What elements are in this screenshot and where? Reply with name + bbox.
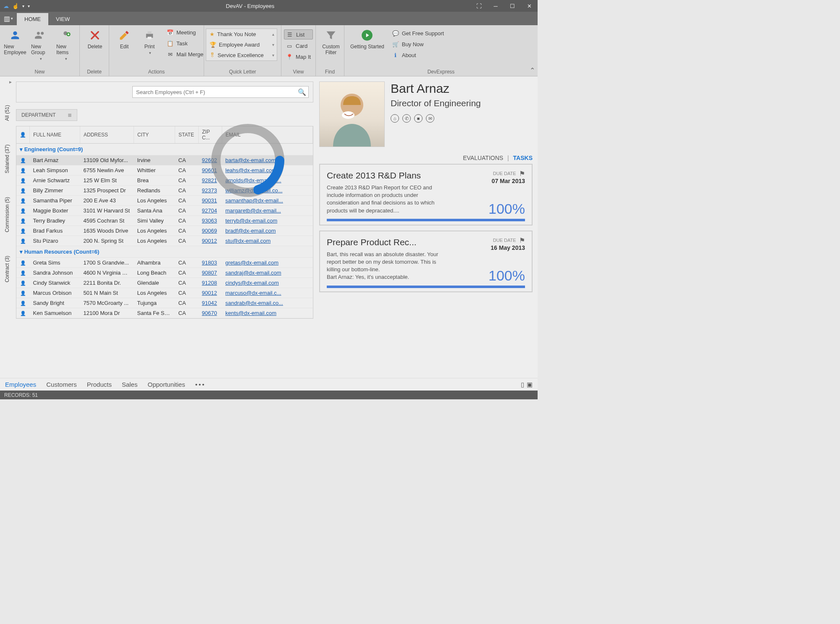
- cell-zip[interactable]: 91208: [199, 278, 222, 288]
- print-button[interactable]: Print: [137, 27, 162, 57]
- cell-zip[interactable]: 90807: [199, 268, 222, 278]
- table-row[interactable]: 👤Greta Sims1700 S Grandvie...AlhambraCA9…: [16, 258, 313, 268]
- nav-employees[interactable]: Employees: [5, 381, 36, 388]
- rail-filter-all[interactable]: All (51): [4, 102, 10, 124]
- nav-customers[interactable]: Customers: [46, 381, 77, 388]
- tab-home[interactable]: HOME: [17, 13, 48, 25]
- column-state[interactable]: STATE: [175, 126, 199, 144]
- task-button[interactable]: 📋Task: [165, 39, 205, 48]
- table-row[interactable]: 👤Stu Pizaro200 N. Spring StLos AngelesCA…: [16, 236, 313, 246]
- quick-letter-gallery[interactable]: ★Thank You Note▴ 🏆Employee Award▾ 🎖Servi…: [206, 29, 277, 61]
- group-header-row[interactable]: ▾ Engineering (Count=9): [16, 144, 313, 155]
- cell-zip[interactable]: 90031: [199, 196, 222, 206]
- expand-icon[interactable]: ▾: [272, 53, 274, 58]
- cell-zip[interactable]: 92602: [199, 155, 222, 165]
- about-button[interactable]: ℹAbout: [390, 50, 446, 60]
- cell-email[interactable]: leahs@dx-email.com: [222, 165, 313, 176]
- quick-letter-employee-award[interactable]: 🏆Employee Award▾: [206, 39, 277, 50]
- task-card[interactable]: DUE DATE ⚑16 May 2013Prepare Product Rec…: [319, 231, 533, 292]
- cell-zip[interactable]: 90601: [199, 165, 222, 176]
- group-header-row[interactable]: ▾ Human Resources (Count=6): [16, 246, 313, 258]
- column-indicator[interactable]: 👤: [16, 126, 30, 144]
- meeting-button[interactable]: 📅Meeting: [165, 28, 205, 37]
- rail-filter-contract[interactable]: Contract (3): [4, 252, 10, 286]
- nav-more[interactable]: •••: [195, 381, 206, 388]
- table-row[interactable]: 👤Sandra Johnson4600 N Virginia R...Long …: [16, 268, 313, 278]
- qat-dropdown-icon[interactable]: ▾: [22, 4, 24, 8]
- table-row[interactable]: 👤Arnie Schwartz125 W Elm StBreaCA92821ar…: [16, 176, 313, 186]
- cell-email[interactable]: gretas@dx-email.com: [222, 258, 313, 268]
- cell-zip[interactable]: 90069: [199, 226, 222, 236]
- column-city[interactable]: CITY: [134, 126, 175, 144]
- phone-contact-icon[interactable]: ✆: [402, 114, 411, 123]
- quick-letter-thank-you[interactable]: ★Thank You Note▴: [206, 29, 277, 39]
- cell-email[interactable]: marcuso@dx-email.c...: [222, 288, 313, 298]
- get-free-support-button[interactable]: 💬Get Free Support: [390, 29, 446, 38]
- table-row[interactable]: 👤Bart Arnaz13109 Old Myfor...IrvineCA926…: [16, 155, 313, 165]
- tab-view[interactable]: VIEW: [48, 13, 77, 25]
- cell-zip[interactable]: 92704: [199, 206, 222, 216]
- delete-button[interactable]: Delete: [82, 27, 108, 51]
- new-group-button[interactable]: New Group: [28, 27, 53, 63]
- table-row[interactable]: 👤Brad Farkus1635 Woods DriveLos AngelesC…: [16, 226, 313, 236]
- video-contact-icon[interactable]: ■: [414, 114, 423, 123]
- cell-email[interactable]: sandraj@dx-email.com: [222, 268, 313, 278]
- task-card[interactable]: DUE DATE ⚑07 Mar 2013Create 2013 R&D Pla…: [319, 164, 533, 225]
- nav-products[interactable]: Products: [87, 381, 112, 388]
- scroll-down-icon[interactable]: ▾: [272, 42, 274, 47]
- table-row[interactable]: 👤Billy Zimmer1325 Prospect DrRedlandsCA9…: [16, 186, 313, 196]
- nav-sales[interactable]: Sales: [122, 381, 138, 388]
- cell-email[interactable]: cindys@dx-email.com: [222, 278, 313, 288]
- group-by-column[interactable]: DEPARTMENT ≣: [16, 109, 77, 121]
- scroll-up-icon[interactable]: ▴: [272, 32, 274, 37]
- table-row[interactable]: 👤Maggie Boxter3101 W Harvard StSanta Ana…: [16, 206, 313, 216]
- footer-view-panel-icon[interactable]: ▯: [521, 381, 524, 388]
- minimize-button[interactable]: ─: [487, 0, 504, 12]
- column-address[interactable]: ADDRESS: [80, 126, 134, 144]
- tab-tasks[interactable]: TASKS: [513, 155, 533, 161]
- edit-button[interactable]: Edit: [112, 27, 137, 51]
- new-items-button[interactable]: New Items: [53, 27, 78, 63]
- view-card-button[interactable]: ▭Card: [284, 41, 313, 50]
- maximize-button[interactable]: ☐: [504, 0, 521, 12]
- cell-email[interactable]: terryb@dx-email.com: [222, 216, 313, 226]
- cell-email[interactable]: stu@dx-email.com: [222, 236, 313, 246]
- table-row[interactable]: 👤Cindy Stanwick2211 Bonita Dr.GlendaleCA…: [16, 278, 313, 288]
- quick-letter-service-excellence[interactable]: 🎖Service Excellence▾: [206, 50, 277, 60]
- column-zip[interactable]: ZIP C...: [199, 126, 222, 144]
- mail-merge-button[interactable]: ✉Mail Merge: [165, 50, 205, 59]
- cell-email[interactable]: margaretb@dx-email...: [222, 206, 313, 216]
- rail-filter-salaried[interactable]: Salaried (37): [4, 141, 10, 177]
- getting-started-button[interactable]: Getting Started: [347, 27, 388, 51]
- hand-icon[interactable]: ☝: [12, 3, 19, 9]
- nav-opportunities[interactable]: Opportunities: [147, 381, 185, 388]
- cell-zip[interactable]: 90670: [199, 308, 222, 318]
- ribbon-collapse-button[interactable]: ⌃: [530, 66, 535, 74]
- new-employee-button[interactable]: New Employee: [3, 27, 28, 57]
- table-row[interactable]: 👤Samantha Piper200 E Ave 43Los AngelesCA…: [16, 196, 313, 206]
- rail-expand-icon[interactable]: ▸: [9, 79, 14, 85]
- cell-zip[interactable]: 90012: [199, 236, 222, 246]
- custom-filter-button[interactable]: Custom Filter: [318, 27, 344, 58]
- table-row[interactable]: 👤Terry Bradley4595 Cochran StSimi Valley…: [16, 216, 313, 226]
- tab-evaluations[interactable]: EVALUATIONS: [463, 155, 503, 161]
- table-row[interactable]: 👤Ken Samuelson12100 Mora DrSanta Fe Spri…: [16, 308, 313, 318]
- cell-email[interactable]: williamz@dx-email.co...: [222, 186, 313, 196]
- column-fullname[interactable]: FULL NAME: [30, 126, 80, 144]
- file-menu-button[interactable]: ▥ ▾: [0, 12, 17, 25]
- close-button[interactable]: ✕: [521, 0, 538, 12]
- cell-zip[interactable]: 93063: [199, 216, 222, 226]
- cell-email[interactable]: sandrab@dx-email.co...: [222, 298, 313, 308]
- cell-zip[interactable]: 92373: [199, 186, 222, 196]
- table-row[interactable]: 👤Leah Simpson6755 Newlin AveWhittierCA90…: [16, 165, 313, 176]
- fullscreen-icon[interactable]: ⛶: [470, 0, 487, 12]
- view-map-button[interactable]: 📍Map It: [284, 52, 313, 61]
- table-row[interactable]: 👤Sandy Bright7570 McGroarty ...TujungaCA…: [16, 298, 313, 308]
- cell-email[interactable]: arnolds@dx-email.co...: [222, 176, 313, 186]
- home-contact-icon[interactable]: ⌂: [391, 114, 399, 123]
- table-row[interactable]: 👤Marcus Orbison501 N Main StLos AngelesC…: [16, 288, 313, 298]
- rail-filter-commission[interactable]: Commission (5): [4, 194, 10, 236]
- cell-zip[interactable]: 92821: [199, 176, 222, 186]
- cell-email[interactable]: barta@dx-email.com: [222, 155, 313, 165]
- footer-view-reading-icon[interactable]: ▣: [527, 381, 533, 388]
